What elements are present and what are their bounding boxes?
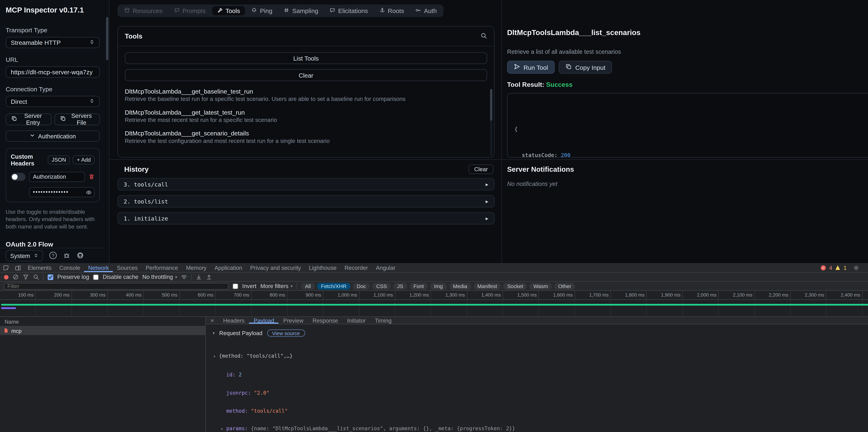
tab-auth[interactable]: Auth [410, 6, 442, 15]
detail-tab-initiator[interactable]: Initiator [342, 317, 370, 323]
transport-type-select[interactable]: Streamable HTTP [6, 37, 100, 48]
pill-socket[interactable]: Socket [503, 283, 527, 289]
pill-media[interactable]: Media [449, 283, 471, 289]
tool-list-item[interactable]: DltMcpToolsLambda___get_scenario_details… [125, 130, 487, 144]
name-column-header[interactable]: Name [0, 317, 205, 327]
show-value-eye-icon[interactable] [86, 189, 92, 195]
authentication-toggle-button[interactable]: Authentication [6, 130, 100, 142]
devtools-tab-angular[interactable]: Angular [372, 263, 399, 272]
pill-js[interactable]: JS [393, 283, 407, 289]
payload-key: method: [226, 408, 248, 413]
github-icon[interactable] [76, 252, 84, 259]
tab-sampling[interactable]: Sampling [279, 6, 323, 15]
connection-type-select[interactable]: Direct [6, 96, 100, 107]
tab-ping[interactable]: Ping [246, 6, 278, 15]
pill-fetch-xhr[interactable]: Fetch/XHR [317, 283, 350, 289]
devtools-settings-icon[interactable] [850, 265, 862, 271]
filter-funnel-icon[interactable] [23, 274, 29, 280]
add-header-button[interactable]: + Add [73, 155, 95, 164]
request-row-mcp[interactable]: mcp [0, 327, 205, 335]
detail-tab-response[interactable]: Response [308, 317, 342, 323]
list-tools-button[interactable]: List Tools [125, 52, 487, 64]
run-tool-button[interactable]: Run Tool [507, 61, 555, 73]
device-toolbar-icon[interactable] [12, 263, 24, 272]
record-network-icon[interactable] [4, 275, 8, 279]
json-mode-button[interactable]: JSON [48, 155, 70, 164]
detail-tab-timing[interactable]: Timing [370, 317, 396, 323]
close-detail-icon[interactable]: × [206, 317, 219, 323]
network-conditions-icon[interactable] [181, 274, 187, 280]
throttling-select[interactable]: No throttling ▾ [142, 274, 177, 280]
network-filter-input[interactable] [4, 283, 229, 289]
devtools-tab-console[interactable]: Console [55, 263, 84, 272]
view-source-button[interactable]: View source [267, 329, 305, 337]
header-enabled-toggle[interactable] [11, 173, 26, 181]
preserve-log-checkbox[interactable] [48, 274, 53, 280]
pill-doc[interactable]: Doc [353, 283, 370, 289]
pill-css[interactable]: CSS [372, 283, 391, 289]
error-count[interactable]: 4 [829, 265, 832, 271]
pill-all[interactable]: All [301, 283, 315, 289]
pill-font[interactable]: Font [409, 283, 428, 289]
expand-triangle-icon[interactable]: ▾ [213, 354, 219, 360]
pill-manifest[interactable]: Manifest [473, 283, 501, 289]
export-har-icon[interactable] [206, 274, 212, 280]
header-value-input[interactable] [29, 187, 95, 197]
tools-list-scrollbar[interactable] [490, 89, 492, 121]
help-icon[interactable]: ? [49, 252, 57, 259]
clear-history-button[interactable]: Clear [469, 164, 493, 174]
devtools-tab-performance[interactable]: Performance [142, 263, 182, 272]
server-entry-button[interactable]: Server Entry [6, 113, 52, 125]
pill-other[interactable]: Other [554, 283, 575, 289]
history-item[interactable]: 3. tools/call ▶ [117, 178, 495, 190]
tab-resources[interactable]: Resources [119, 6, 168, 15]
history-item[interactable]: 1. initialize ▶ [117, 212, 495, 224]
copy-input-button[interactable]: Copy Input [559, 61, 612, 73]
detail-tab-preview[interactable]: Preview [279, 317, 308, 323]
devtools-tab-privacy[interactable]: Privacy and security [246, 263, 305, 272]
pill-wasm[interactable]: Wasm [529, 283, 552, 289]
invert-filter-checkbox[interactable] [232, 283, 238, 289]
devtools-tab-elements[interactable]: Elements [24, 263, 55, 272]
devtools-tab-memory[interactable]: Memory [182, 263, 211, 272]
tab-prompts[interactable]: Prompts [169, 6, 211, 15]
more-filters-select[interactable]: More filters ▾ [260, 283, 292, 289]
devtools-tab-application[interactable]: Application [211, 263, 246, 272]
devtools-menu-icon[interactable]: ⋮ [865, 265, 868, 271]
disable-cache-checkbox[interactable] [93, 274, 99, 280]
pill-img[interactable]: Img [430, 283, 447, 289]
history-item[interactable]: 2. tools/list ▶ [117, 195, 495, 208]
tool-list-item[interactable]: DltMcpToolsLambda___get_latest_test_run … [125, 109, 487, 123]
devtools-tab-lighthouse[interactable]: Lighthouse [305, 263, 341, 272]
tab-elicitations[interactable]: Elicitations [324, 6, 373, 15]
delete-header-icon[interactable] [89, 174, 95, 180]
import-har-icon[interactable] [196, 274, 202, 280]
servers-file-button[interactable]: Servers File [55, 113, 100, 125]
theme-select[interactable]: System [6, 250, 43, 261]
inspect-element-icon[interactable] [0, 263, 12, 272]
devtools-tab-sources[interactable]: Sources [113, 263, 142, 272]
search-network-icon[interactable] [33, 274, 39, 280]
error-badge-icon[interactable]: × [821, 265, 826, 270]
collapse-triangle-icon[interactable]: ▾ [213, 331, 215, 335]
expand-triangle-icon[interactable]: ▾ [221, 427, 226, 432]
tool-list-item[interactable]: DltMcpToolsLambda___get_baseline_test_ru… [125, 88, 487, 102]
warning-count[interactable]: 1 [843, 265, 846, 271]
search-icon[interactable] [480, 31, 487, 41]
tab-tools[interactable]: Tools [212, 6, 245, 15]
detail-tab-payload[interactable]: Payload [249, 317, 279, 323]
hash-icon [284, 7, 289, 14]
network-overview[interactable] [0, 300, 868, 317]
warning-badge-icon[interactable] [836, 265, 840, 270]
custom-headers-panel: Custom Headers JSON + Add [6, 148, 100, 202]
url-input[interactable] [11, 69, 95, 75]
tab-roots[interactable]: Roots [374, 6, 409, 15]
devtools-tab-network[interactable]: Network [84, 263, 113, 272]
clear-tools-button[interactable]: Clear [125, 69, 487, 81]
detail-tab-headers[interactable]: Headers [219, 317, 249, 323]
header-name-input[interactable] [29, 172, 85, 182]
clear-network-icon[interactable] [12, 274, 19, 280]
devtools-tab-recorder[interactable]: Recorder [341, 263, 372, 272]
bug-icon[interactable] [63, 252, 70, 259]
sidebar-scrollbar[interactable] [106, 17, 108, 60]
